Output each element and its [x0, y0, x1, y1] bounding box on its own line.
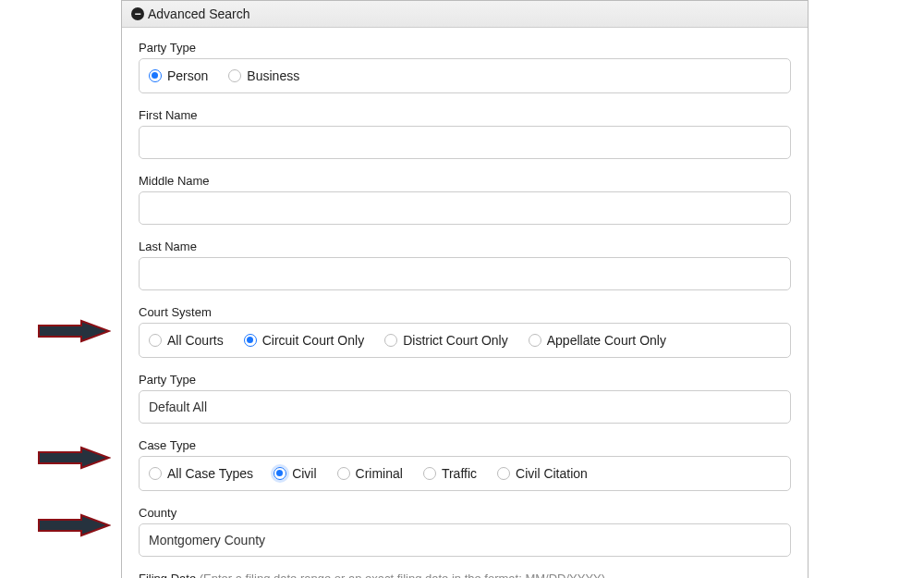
- arrow-icon: [37, 513, 111, 537]
- party-type-person-option[interactable]: Person: [149, 68, 208, 83]
- filing-date-hint: (Enter a filing date range or an exact f…: [200, 572, 605, 578]
- party-type-label: Party Type: [139, 41, 791, 55]
- court-system-label: Court System: [139, 305, 791, 319]
- first-name-label: First Name: [139, 108, 791, 122]
- radio-icon: [384, 334, 397, 347]
- panel-header[interactable]: − Advanced Search: [122, 1, 808, 28]
- radio-icon: [149, 467, 162, 480]
- radio-label: Appellate Court Only: [547, 333, 666, 348]
- radio-label: Civil: [292, 466, 316, 481]
- radio-label: Criminal: [356, 466, 403, 481]
- case-type-civil-citation-option[interactable]: Civil Citation: [497, 466, 588, 481]
- county-label: County: [139, 506, 791, 520]
- court-system-circuit-option[interactable]: Circuit Court Only: [244, 333, 364, 348]
- radio-icon: [274, 467, 286, 480]
- first-name-input[interactable]: [139, 126, 791, 159]
- last-name-input[interactable]: [139, 257, 791, 290]
- county-group: County Montgomery County: [139, 506, 791, 557]
- court-system-group: Court System All Courts Circuit Court On…: [139, 305, 791, 358]
- svg-marker-1: [39, 448, 109, 468]
- svg-marker-2: [39, 515, 109, 535]
- radio-label: Civil Citation: [516, 466, 588, 481]
- panel-body: Party Type Person Business First Name Mi…: [122, 28, 808, 578]
- court-system-all-option[interactable]: All Courts: [149, 333, 224, 348]
- svg-marker-0: [39, 321, 109, 341]
- radio-label: All Case Types: [167, 466, 253, 481]
- radio-icon: [149, 334, 162, 347]
- court-system-district-option[interactable]: District Court Only: [384, 333, 508, 348]
- case-type-criminal-option[interactable]: Criminal: [337, 466, 403, 481]
- radio-icon: [228, 69, 241, 82]
- party-type-select-value: Default All: [149, 400, 207, 414]
- radio-icon: [244, 334, 257, 347]
- collapse-icon[interactable]: −: [131, 7, 144, 20]
- advanced-search-panel: − Advanced Search Party Type Person Busi…: [121, 0, 808, 578]
- filing-date-group: Filing Date (Enter a filing date range o…: [139, 572, 791, 578]
- county-select-value: Montgomery County: [149, 533, 265, 547]
- case-type-civil-option[interactable]: Civil: [274, 466, 316, 481]
- panel-title: Advanced Search: [148, 6, 250, 21]
- radio-icon: [337, 467, 350, 480]
- case-type-traffic-option[interactable]: Traffic: [423, 466, 477, 481]
- radio-label: Traffic: [442, 466, 477, 481]
- case-type-label: Case Type: [139, 438, 791, 452]
- party-type-business-option[interactable]: Business: [228, 68, 299, 83]
- last-name-label: Last Name: [139, 240, 791, 253]
- middle-name-label: Middle Name: [139, 174, 791, 188]
- party-type-select-label: Party Type: [139, 373, 791, 387]
- first-name-group: First Name: [139, 108, 791, 159]
- radio-label: All Courts: [167, 333, 224, 348]
- party-type-radio-container: Person Business: [139, 58, 791, 93]
- radio-label: Business: [247, 68, 299, 83]
- radio-label: Person: [167, 68, 208, 83]
- middle-name-input[interactable]: [139, 191, 791, 225]
- last-name-group: Last Name: [139, 240, 791, 290]
- radio-icon: [423, 467, 436, 480]
- radio-icon: [149, 69, 162, 82]
- middle-name-group: Middle Name: [139, 174, 791, 225]
- arrow-icon: [37, 319, 111, 343]
- party-type-select[interactable]: Default All: [139, 390, 791, 424]
- case-type-all-option[interactable]: All Case Types: [149, 466, 253, 481]
- county-select[interactable]: Montgomery County: [139, 523, 791, 557]
- radio-label: District Court Only: [403, 333, 508, 348]
- radio-label: Circuit Court Only: [262, 333, 364, 348]
- radio-icon: [529, 334, 541, 347]
- case-type-radio-container: All Case Types Civil Criminal Traffic Ci…: [139, 456, 791, 491]
- filing-date-label-text: Filing Date: [139, 572, 196, 578]
- court-system-radio-container: All Courts Circuit Court Only District C…: [139, 323, 791, 358]
- radio-icon: [497, 467, 510, 480]
- party-type-group: Party Type Person Business: [139, 41, 791, 93]
- arrow-icon: [37, 446, 111, 470]
- court-system-appellate-option[interactable]: Appellate Court Only: [529, 333, 666, 348]
- filing-date-label: Filing Date (Enter a filing date range o…: [139, 572, 791, 578]
- party-type-select-group: Party Type Default All: [139, 373, 791, 424]
- case-type-group: Case Type All Case Types Civil Criminal …: [139, 438, 791, 491]
